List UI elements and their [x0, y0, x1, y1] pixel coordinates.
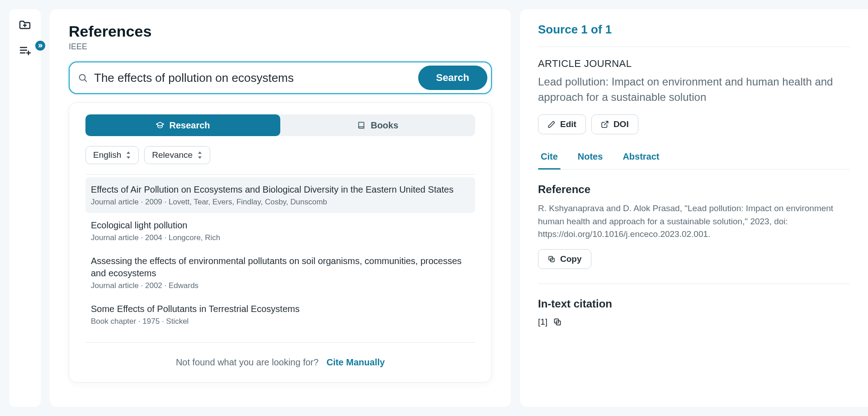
svg-point-0	[80, 75, 85, 80]
copy-icon	[547, 255, 556, 263]
intext-row: [1]	[538, 317, 850, 327]
source-title: Lead pollution: Impact on environment an…	[538, 74, 850, 104]
divider	[538, 284, 850, 284]
copy-intext-button[interactable]	[552, 317, 563, 327]
result-title: Ecological light pollution	[91, 219, 470, 232]
divider	[85, 174, 475, 175]
references-panel: References IEEE Search Research Books	[50, 9, 511, 407]
source-detail-panel: Source 1 of 1 ARTICLE JOURNAL Lead pollu…	[520, 9, 868, 407]
external-link-icon	[601, 120, 609, 128]
reference-text: R. Kshyanaprava and D. Alok Prasad, "Lea…	[538, 202, 850, 241]
sort-arrows-icon	[126, 151, 131, 159]
source-type-segmented: Research Books	[85, 114, 475, 136]
cite-manually-link[interactable]: Cite Manually	[326, 357, 385, 367]
tab-research[interactable]: Research	[85, 114, 280, 136]
sidebar	[9, 9, 41, 407]
list-plus-icon	[19, 45, 31, 56]
search-result[interactable]: Effects of Air Pollution on Ecosystems a…	[85, 177, 475, 213]
intext-value: [1]	[538, 317, 547, 327]
tab-books[interactable]: Books	[280, 114, 475, 136]
result-meta: Journal article · 2004 · Longcore, Rich	[91, 233, 470, 242]
tab-notes[interactable]: Notes	[575, 147, 606, 169]
chevron-right-double-icon	[38, 43, 43, 48]
filter-label: English	[93, 150, 121, 160]
copy-reference-button[interactable]: Copy	[538, 249, 591, 269]
button-label: Edit	[560, 119, 576, 129]
result-meta: Journal article · 2009 · Lovett, Tear, E…	[91, 198, 470, 207]
search-result[interactable]: Assessing the effects of environmental p…	[85, 249, 475, 297]
folder-plus-icon	[19, 19, 31, 30]
search-button[interactable]: Search	[418, 66, 487, 90]
search-result[interactable]: Ecological light pollution Journal artic…	[85, 213, 475, 249]
pencil-icon	[547, 120, 556, 128]
intext-heading: In-text citation	[538, 298, 850, 310]
result-title: Assessing the effects of environmental p…	[91, 255, 470, 279]
tab-label: Research	[169, 120, 210, 131]
edit-button[interactable]: Edit	[538, 114, 586, 134]
graduation-cap-icon	[156, 121, 165, 130]
sort-arrows-icon	[197, 151, 203, 159]
expand-sidebar-button[interactable]	[35, 41, 45, 51]
sort-filter[interactable]: Relevance	[144, 146, 210, 164]
source-type-label: ARTICLE JOURNAL	[538, 58, 850, 70]
language-filter[interactable]: English	[85, 146, 139, 164]
search-bar: Search	[69, 61, 492, 94]
tab-abstract[interactable]: Abstract	[620, 147, 662, 169]
result-title: Some Effects of Pollutants in Terrestria…	[91, 303, 470, 315]
result-meta: Journal article · 2002 · Edwards	[91, 281, 470, 290]
result-title: Effects of Air Pollution on Ecosystems a…	[91, 184, 470, 196]
detail-tabs: Cite Notes Abstract	[538, 147, 850, 170]
button-label: DOI	[613, 119, 629, 129]
results-card: Research Books English Relevance Effects…	[69, 102, 492, 383]
citation-style-label: IEEE	[69, 42, 492, 52]
page-title: References	[69, 23, 492, 40]
doi-button[interactable]: DOI	[591, 114, 638, 134]
filter-label: Relevance	[152, 150, 193, 160]
search-input[interactable]	[94, 71, 412, 85]
copy-icon	[553, 317, 562, 326]
not-found-row: Not found what you are looking for? Cite…	[85, 357, 475, 368]
filters-row: English Relevance	[85, 146, 475, 164]
source-actions: Edit DOI	[538, 114, 850, 134]
divider	[85, 342, 475, 343]
reference-heading: Reference	[538, 183, 850, 196]
not-found-text: Not found what you are looking for?	[176, 357, 319, 367]
new-folder-button[interactable]	[18, 18, 32, 32]
result-meta: Book chapter · 1975 · Stickel	[91, 317, 470, 326]
source-pager: Source 1 of 1	[538, 23, 850, 47]
tab-label: Books	[371, 120, 398, 131]
search-icon	[78, 73, 88, 83]
button-label: Copy	[560, 254, 582, 264]
search-result[interactable]: Some Effects of Pollutants in Terrestria…	[85, 297, 475, 332]
new-list-button[interactable]	[18, 43, 32, 57]
book-icon	[357, 121, 366, 130]
tab-cite[interactable]: Cite	[538, 147, 561, 169]
